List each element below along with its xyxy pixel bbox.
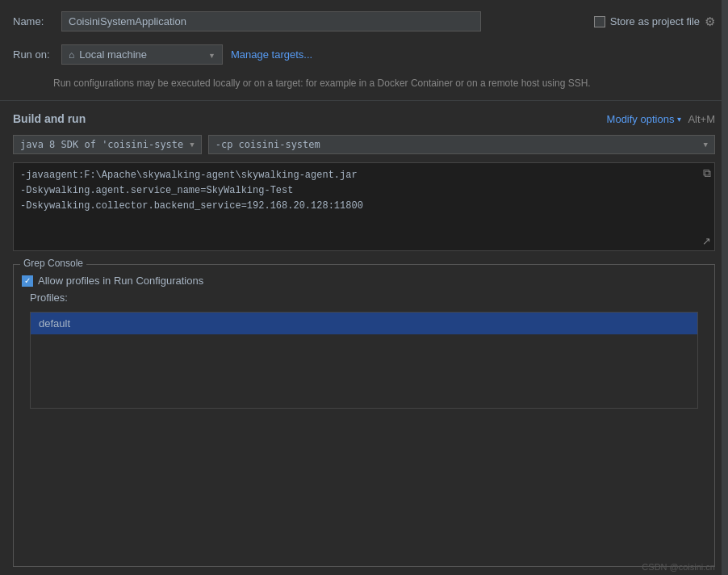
sdk-label: java 8 SDK of 'coisini-syste — [20, 139, 183, 150]
cp-dropdown-arrow — [701, 141, 708, 149]
build-run-header: Build and run Modify options ▾ Alt+M — [0, 104, 728, 132]
vm-options-text[interactable]: -javaagent:F:\Apache\skywalking-agent\sk… — [14, 163, 714, 220]
modify-options-link[interactable]: Modify options — [607, 113, 675, 125]
allow-profiles-row: ✓ Allow profiles in Run Configurations — [22, 275, 706, 287]
modify-options-shortcut: Alt+M — [688, 113, 715, 125]
vm-line1: -javaagent:F:\Apache\skywalking-agent\sk… — [20, 170, 358, 181]
modify-options-row: Modify options ▾ Alt+M — [607, 113, 715, 125]
house-icon: ⌂ — [69, 49, 74, 61]
name-row: Name: Store as project file ⚙ — [0, 0, 728, 40]
profiles-label: Profiles: — [22, 292, 706, 304]
grep-console-content: ✓ Allow profiles in Run Configurations P… — [14, 265, 714, 417]
sdk-select[interactable]: java 8 SDK of 'coisini-syste — [13, 135, 202, 154]
sdk-row: java 8 SDK of 'coisini-syste -cp coisini… — [0, 132, 728, 157]
cp-label: -cp coisini-system — [215, 139, 320, 150]
store-project-row: Store as project file ⚙ — [594, 15, 715, 29]
right-scrollbar[interactable] — [722, 0, 728, 575]
footer-watermark: CSDN @coisini.cn — [642, 562, 715, 572]
local-machine-text: Local machine — [79, 48, 147, 61]
profiles-list[interactable]: default — [30, 312, 698, 409]
vm-line2: -Dskywalking.agent.service_name=SkyWalki… — [20, 185, 293, 196]
main-container: Name: Store as project file ⚙ Run on: ⌂ … — [0, 0, 728, 575]
sdk-dropdown-arrow — [186, 141, 194, 149]
allow-profiles-checkbox[interactable]: ✓ — [22, 275, 33, 287]
gear-icon[interactable]: ⚙ — [705, 15, 715, 29]
manage-targets-link[interactable]: Manage targets... — [231, 48, 312, 61]
vm-line3: -Dskywalking.collector.backend_service=1… — [20, 200, 363, 212]
divider-1 — [0, 100, 728, 101]
local-machine-arrow — [205, 48, 215, 61]
local-machine-select[interactable]: ⌂ Local machine — [61, 44, 223, 65]
grep-console-label: Grep Console — [20, 258, 86, 269]
store-project-label[interactable]: Store as project file — [610, 15, 700, 27]
run-on-row: Run on: ⌂ Local machine Manage targets..… — [0, 40, 728, 69]
modify-options-chevron: ▾ — [677, 115, 681, 124]
name-input[interactable] — [61, 11, 481, 31]
run-on-label: Run on: — [13, 48, 53, 61]
store-project-checkbox[interactable] — [594, 16, 605, 27]
build-run-title: Build and run — [13, 112, 86, 125]
default-profile-item[interactable]: default — [31, 313, 697, 334]
info-text: Run configurations may be executed local… — [0, 69, 728, 97]
name-label: Name: — [13, 15, 53, 27]
copy-icon[interactable]: ⧉ — [703, 166, 711, 180]
vm-options-container: ⧉ -javaagent:F:\Apache\skywalking-agent\… — [13, 162, 715, 251]
allow-profiles-label: Allow profiles in Run Configurations — [38, 275, 203, 287]
grep-console-section: Grep Console ✓ Allow profiles in Run Con… — [13, 264, 715, 567]
expand-icon[interactable]: ↗ — [702, 235, 711, 247]
cp-select[interactable]: -cp coisini-system — [208, 135, 715, 154]
